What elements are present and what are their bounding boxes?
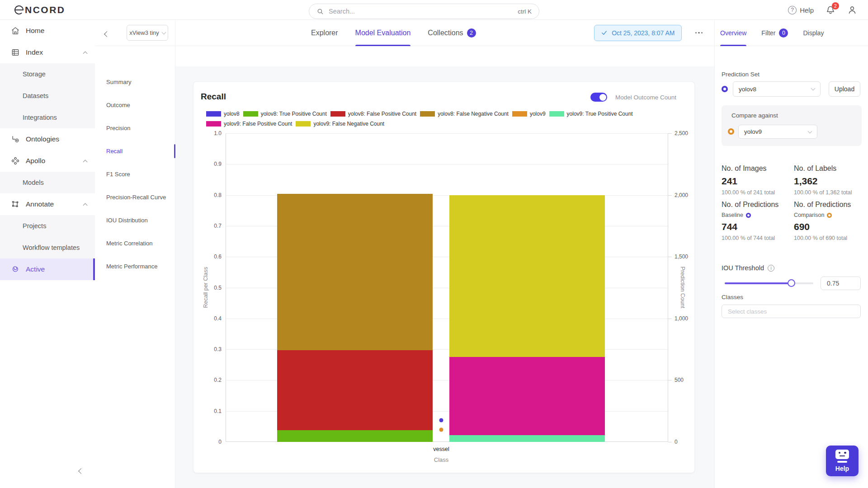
metric-item-precision-recall-curve[interactable]: Precision-Recall Curve	[95, 186, 175, 209]
metric-item-metric-correlation[interactable]: Metric Correlation	[95, 232, 175, 255]
sidebar-item-datasets[interactable]: Datasets	[0, 85, 95, 107]
user-avatar[interactable]	[847, 5, 857, 15]
info-icon[interactable]	[768, 265, 774, 272]
metric-item-metric-performance[interactable]: Metric Performance	[95, 255, 175, 278]
compare-radio[interactable]	[728, 128, 734, 135]
tab-filter[interactable]: Filter 0	[761, 20, 788, 46]
iou-slider-knob[interactable]	[788, 279, 795, 287]
sidebar-item-label: Storage	[23, 70, 46, 78]
iou-slider-fill	[725, 282, 791, 284]
bar-segment-yolov8-false-positive-count[interactable]	[277, 350, 433, 430]
y-right-tick: 2,000	[675, 192, 688, 198]
prediction-set-select[interactable]: yolov8	[733, 81, 821, 97]
encord-logo[interactable]: NCORD	[14, 0, 66, 20]
legend-label: yolov9: True Positive Count	[567, 111, 633, 117]
metric-item-f1-score[interactable]: F1 Score	[95, 163, 175, 186]
sidebar-item-label: Datasets	[23, 92, 48, 99]
bar-segment-yolov8-false-negative-count[interactable]	[277, 194, 433, 350]
filter-count-badge: 0	[779, 28, 788, 38]
chevron-down-icon	[161, 30, 166, 34]
back-button[interactable]	[104, 30, 109, 38]
tab-model-evaluation[interactable]: Model Evaluation	[355, 20, 411, 46]
search-input[interactable]: Search... ctrl K	[309, 4, 539, 19]
page: NCORD Search... ctrl K Help	[0, 0, 868, 488]
metric-item-outcome[interactable]: Outcome	[95, 94, 175, 117]
search-shortcut: ctrl K	[518, 8, 532, 15]
compare-select[interactable]: yolov9	[738, 125, 817, 139]
sidebar-item-index[interactable]: Index	[0, 42, 95, 63]
tab-overview[interactable]: Overview	[720, 20, 746, 46]
model-outcome-toggle[interactable]	[590, 93, 607, 102]
sidebar-item-ontologies[interactable]: Ontologies	[0, 128, 95, 150]
sidebar-item-integrations[interactable]: Integrations	[0, 107, 95, 128]
sidebar-item-projects[interactable]: Projects	[0, 215, 95, 237]
legend-item-yolov8-false-positive-count[interactable]: yolov8: False Positive Count	[330, 111, 416, 117]
stat-tag-dot-icon	[746, 213, 751, 218]
metric-item-iou-distribution[interactable]: IOU Distribution	[95, 209, 175, 232]
stat-title: No. of Images	[722, 164, 794, 173]
legend-item-yolov8-false-negative-count[interactable]: yolov8: False Negative Count	[420, 111, 509, 117]
sidebar-item-storage[interactable]: Storage	[0, 63, 95, 85]
sidebar-item-models[interactable]: Models	[0, 172, 95, 193]
compare-against-label: Compare against	[731, 112, 778, 119]
bar-segment-yolov9-false-negative-count[interactable]	[449, 195, 605, 357]
legend-label: yolov9	[530, 111, 546, 117]
chart-legend: yolov8yolov8: True Positive Countyolov8:…	[206, 111, 667, 127]
bar-segment-yolov8-true-positive-count[interactable]	[277, 430, 433, 442]
bar-segment-yolov9-true-positive-count[interactable]	[449, 435, 605, 442]
tab-display[interactable]: Display	[803, 20, 824, 46]
sidebar-collapse-button[interactable]	[75, 465, 86, 476]
more-menu-button[interactable]	[694, 29, 704, 37]
upload-button[interactable]: Upload	[829, 81, 860, 97]
sidebar-item-annotate[interactable]: Annotate	[0, 193, 95, 215]
notifications-button[interactable]: 2	[826, 5, 835, 15]
sidebar-item-active[interactable]: Active	[0, 258, 95, 280]
header-actions: Help 2	[788, 0, 857, 20]
legend-item-yolov9-false-negative-count[interactable]: yolov9: False Negative Count	[296, 121, 384, 127]
page-tabbar: Explorer Model Evaluation Collections 2 …	[175, 20, 714, 46]
legend-label: yolov8: True Positive Count	[261, 111, 327, 117]
iou-threshold-row: IOU Threshold	[722, 264, 774, 272]
project-selector[interactable]: xView3 tiny	[127, 25, 168, 41]
legend-item-yolov9-false-positive-count[interactable]: yolov9: False Positive Count	[206, 121, 292, 127]
right-axis-line	[668, 133, 668, 442]
bar-segment-yolov9-false-positive-count[interactable]	[449, 357, 605, 435]
legend-item-yolov9[interactable]: yolov9	[512, 111, 546, 117]
tab-explorer[interactable]: Explorer	[311, 20, 338, 46]
legend-item-yolov9-true-positive-count[interactable]: yolov9: True Positive Count	[549, 111, 633, 117]
stat-value: 690	[794, 221, 864, 232]
sidebar-item-apollo[interactable]: Apollo	[0, 150, 95, 172]
gridline	[226, 164, 668, 164]
iou-value-input[interactable]: 0.75	[821, 277, 861, 290]
stat-tag: Baseline	[722, 212, 794, 218]
model-outcome-toggle-label: Model Outcome Count	[615, 94, 676, 101]
main-content: Explorer Model Evaluation Collections 2 …	[175, 20, 714, 488]
legend-item-yolov8-true-positive-count[interactable]: yolov8: True Positive Count	[243, 111, 327, 117]
metric-item-precision[interactable]: Precision	[95, 117, 175, 140]
tab-collections[interactable]: Collections 2	[428, 20, 476, 46]
timestamp-button[interactable]: Oct 25, 2023, 8:07 AM	[594, 25, 681, 41]
legend-item-yolov8[interactable]: yolov8	[206, 111, 240, 117]
recall-point-yolov9[interactable]	[439, 427, 443, 432]
stat-title: No. of Labels	[794, 164, 864, 173]
x-axis-title: Class	[434, 456, 449, 463]
y-right-tick-mark	[668, 257, 672, 257]
metric-item-summary[interactable]: Summary	[95, 70, 175, 94]
iou-slider[interactable]	[725, 282, 813, 284]
y-left-tick: 0.2	[214, 377, 222, 383]
index-icon	[11, 48, 20, 57]
metric-item-label: F1 Score	[106, 171, 130, 178]
question-circle-icon	[788, 6, 797, 14]
recall-point-yolov8[interactable]	[439, 418, 443, 422]
classes-select-input[interactable]: Select classes	[722, 305, 861, 318]
sidebar-item-workflow-templates[interactable]: Workflow templates	[0, 237, 95, 258]
sidebar-item-home[interactable]: Home	[0, 20, 95, 42]
prediction-set-radio[interactable]	[722, 86, 728, 92]
help-fab-button[interactable]: Help	[826, 446, 859, 476]
home-icon	[11, 26, 20, 35]
metric-item-recall[interactable]: Recall	[95, 140, 175, 163]
help-label: Help	[800, 6, 814, 14]
chevron-down-icon	[811, 86, 816, 91]
legend-label: yolov9: False Positive Count	[224, 121, 292, 127]
help-button[interactable]: Help	[788, 6, 814, 14]
